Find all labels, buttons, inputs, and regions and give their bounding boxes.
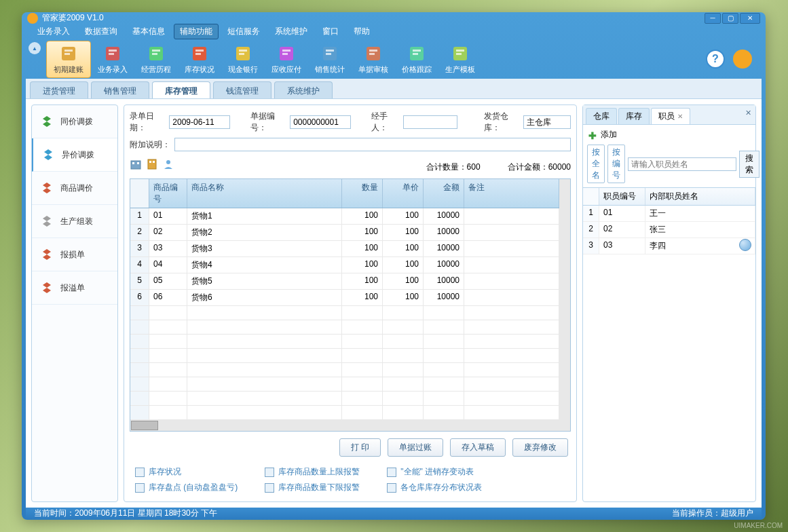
panel-close-icon[interactable]: ✕ <box>743 108 753 117</box>
action-废弃修改[interactable]: 废弃修改 <box>512 438 568 457</box>
col-note[interactable]: 备注 <box>464 179 559 208</box>
action-打印[interactable]: 打 印 <box>339 438 381 457</box>
toggle-fullname[interactable]: 按全名 <box>587 145 605 183</box>
rp-tab-仓库[interactable]: 仓库 <box>586 108 617 124</box>
toolbar-现金银行[interactable]: 现金银行 <box>221 41 265 77</box>
tab-销售管理[interactable]: 销售管理 <box>91 81 149 98</box>
note-input[interactable] <box>174 138 571 151</box>
building2-icon[interactable] <box>146 158 158 170</box>
menu-基本信息[interactable]: 基本信息 <box>126 24 171 39</box>
toolbar-业务录入[interactable]: 业务录入 <box>91 41 134 77</box>
toolbar-库存状况[interactable]: 库存状况 <box>178 41 221 77</box>
menu-窗口[interactable]: 窗口 <box>316 24 345 39</box>
toolbar-初期建账[interactable]: 初期建账 <box>46 41 91 78</box>
sidebar-同价调拨[interactable]: 同价调拨 <box>32 105 117 138</box>
report-icon <box>135 468 145 477</box>
total-qty-label: 合计数量： <box>426 162 467 172</box>
globe-icon[interactable] <box>733 50 752 69</box>
add-button[interactable]: ✚ 添加 <box>583 125 755 145</box>
table-row-empty[interactable] <box>130 363 559 377</box>
table-row[interactable]: 404货物410010010000 <box>130 257 559 273</box>
menubar: 业务录入数据查询基本信息辅助功能短信服务系统维护窗口帮助 <box>22 24 766 39</box>
sidebar-报溢单[interactable]: 报溢单 <box>32 271 117 305</box>
table-row[interactable]: 202货物210010010000 <box>130 225 559 241</box>
menu-系统维护[interactable]: 系统维护 <box>269 24 314 39</box>
date-input[interactable] <box>169 115 230 129</box>
bill-input[interactable] <box>290 115 351 129</box>
rcol-code[interactable]: 职员编号 <box>599 188 645 205</box>
tab-系统维护[interactable]: 系统维护 <box>274 81 333 98</box>
table-row-empty[interactable] <box>130 320 559 335</box>
link-各仓库库存分[interactable]: 各仓库库存分布状况表 <box>387 482 482 493</box>
warehouse-input[interactable] <box>523 115 571 129</box>
col-amt[interactable]: 金额 <box>424 179 464 208</box>
action-单据过账[interactable]: 单据过账 <box>388 438 443 457</box>
sidebar-异价调拨[interactable]: 异价调拨 <box>32 138 117 172</box>
tab-close-icon[interactable]: ✕ <box>677 113 683 120</box>
tab-钱流管理[interactable]: 钱流管理 <box>213 81 271 98</box>
menu-帮助[interactable]: 帮助 <box>348 24 376 39</box>
staff-row[interactable]: 101王一 <box>583 206 755 222</box>
table-row-empty[interactable] <box>130 349 559 363</box>
rp-tab-库存[interactable]: 库存 <box>618 108 650 124</box>
tab-进货管理[interactable]: 进货管理 <box>30 81 88 98</box>
toolbar-icon-9 <box>451 44 470 63</box>
maximize-button[interactable]: ▢ <box>722 13 738 24</box>
titlebar[interactable]: 管家婆2009 V1.0 ─ ▢ ✕ <box>22 12 766 24</box>
menu-数据查询[interactable]: 数据查询 <box>79 24 124 39</box>
grid-hscrollbar[interactable] <box>130 420 570 431</box>
app-window: 管家婆2009 V1.0 ─ ▢ ✕ 业务录入数据查询基本信息辅助功能短信服务系… <box>22 12 766 520</box>
col-qty[interactable]: 数量 <box>342 179 383 208</box>
menu-短信服务[interactable]: 短信服务 <box>221 24 266 39</box>
grid-vscrollbar[interactable] <box>559 179 570 420</box>
sidebar: 同价调拨异价调拨商品调价生产组装报损单报溢单 <box>31 104 118 502</box>
rcol-name[interactable]: 内部职员姓名 <box>645 188 755 205</box>
help-icon[interactable]: ? <box>706 50 725 69</box>
table-row-empty[interactable] <box>130 406 559 420</box>
link-库存状况[interactable]: 库存状况 <box>135 466 238 478</box>
toolbar-单据审核[interactable]: 单据审核 <box>352 41 395 77</box>
close-button[interactable]: ✕ <box>740 13 760 24</box>
staff-row[interactable]: 303李四 <box>583 238 755 254</box>
svg-rect-26 <box>413 53 418 55</box>
toolbar-生产模板[interactable]: 生产模板 <box>438 41 482 77</box>
table-row[interactable]: 101货物110010010000 <box>130 208 559 225</box>
table-row[interactable]: 303货物310010010000 <box>130 241 559 257</box>
table-row-empty[interactable] <box>130 335 559 349</box>
link-库存商品数量[interactable]: 库存商品数量上限报警 <box>265 466 360 478</box>
menu-业务录入[interactable]: 业务录入 <box>31 24 76 39</box>
menu-辅助功能[interactable]: 辅助功能 <box>174 24 219 39</box>
minimize-button[interactable]: ─ <box>705 13 721 24</box>
toolbar-应收应付[interactable]: 应收应付 <box>265 41 308 77</box>
link-库存商品数量[interactable]: 库存商品数量下限报警 <box>265 482 360 493</box>
toolbar-价格跟踪[interactable]: 价格跟踪 <box>395 41 438 77</box>
col-code[interactable]: 商品编号 <box>149 179 187 208</box>
person-icon[interactable] <box>162 158 174 170</box>
side-icon-0 <box>40 115 54 128</box>
action-存入草稿[interactable]: 存入草稿 <box>450 438 506 457</box>
table-row-empty[interactable] <box>130 306 559 320</box>
table-row-empty[interactable] <box>130 392 559 406</box>
col-name[interactable]: 商品名称 <box>187 179 342 208</box>
tab-库存管理[interactable]: 库存管理 <box>152 81 210 98</box>
col-price[interactable]: 单价 <box>383 179 424 208</box>
toolbar-经营历程[interactable]: 经营历程 <box>134 41 178 77</box>
handler-input[interactable] <box>403 115 457 129</box>
sidebar-报损单[interactable]: 报损单 <box>32 238 117 271</box>
staff-row[interactable]: 202张三 <box>583 222 755 238</box>
link-库存盘点 ([interactable]: 库存盘点 (自动盘盈盘亏) <box>135 482 238 493</box>
building1-icon[interactable] <box>130 158 142 170</box>
search-input[interactable] <box>628 157 736 171</box>
collapse-toolbar-icon[interactable]: ▲ <box>29 42 41 54</box>
link-"全能" 进[interactable]: "全能" 进销存变动表 <box>387 466 482 478</box>
table-row[interactable]: 505货物510010010000 <box>130 273 559 290</box>
table-row[interactable]: 606货物610010010000 <box>130 290 559 306</box>
table-row-empty[interactable] <box>130 377 559 392</box>
cursor-icon <box>739 239 751 251</box>
search-button[interactable]: 搜索 <box>739 151 759 178</box>
rp-tab-职员[interactable]: 职员 ✕ <box>651 108 690 124</box>
toggle-code[interactable]: 按编号 <box>607 145 625 183</box>
sidebar-生产组装[interactable]: 生产组装 <box>32 205 117 238</box>
toolbar-销售统计[interactable]: 销售统计 <box>308 41 352 77</box>
sidebar-商品调价[interactable]: 商品调价 <box>32 172 117 205</box>
